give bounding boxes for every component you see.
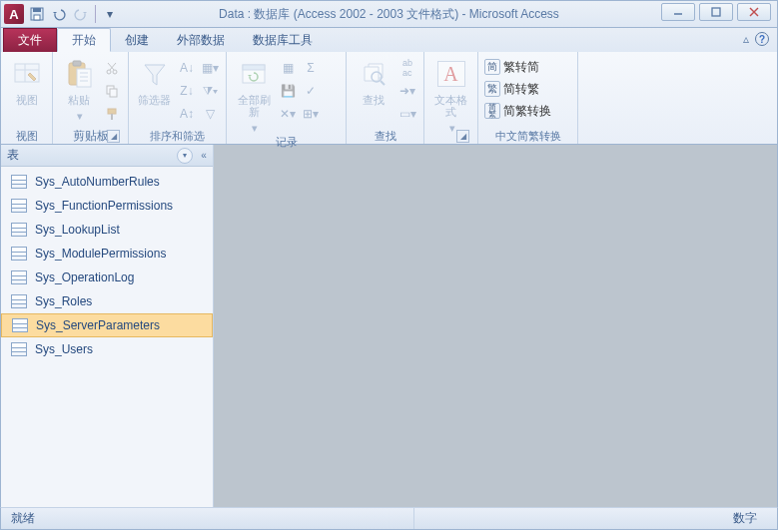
nav-item[interactable]: Sys_Roles: [1, 289, 213, 313]
nav-item-label: Sys_OperationLog: [35, 270, 134, 284]
group-find-label: 查找: [353, 128, 417, 144]
sort-asc-icon[interactable]: A↓: [177, 58, 197, 78]
find-button[interactable]: 查找: [353, 56, 394, 106]
save-record-icon[interactable]: 💾: [278, 81, 298, 101]
more-records-icon[interactable]: ⊞▾: [301, 104, 321, 124]
window-controls: [661, 3, 771, 21]
advanced-filter-icon[interactable]: ⧩▾: [200, 81, 220, 101]
paste-button[interactable]: 粘贴 ▾: [59, 56, 99, 122]
goto-icon[interactable]: ➜▾: [397, 81, 417, 101]
view-button[interactable]: 视图: [7, 56, 46, 106]
clipboard-launcher-icon[interactable]: ◢: [107, 130, 120, 143]
replace-icon[interactable]: abac: [397, 58, 417, 78]
svg-rect-23: [111, 114, 113, 120]
nav-category-dropdown-icon[interactable]: ▾: [177, 148, 193, 164]
minimize-ribbon-icon[interactable]: ▵: [743, 32, 749, 46]
filter-button[interactable]: 筛选器: [135, 56, 174, 106]
group-view: 视图 视图: [1, 52, 53, 144]
group-chinese-convert: 简繁转简 繁简转繁 简繁简繁转换 中文简繁转换: [478, 52, 578, 144]
app-icon[interactable]: A: [4, 4, 24, 24]
nav-item[interactable]: Sys_AutoNumberRules: [1, 170, 213, 194]
view-icon: [11, 58, 43, 90]
find-icon: [358, 58, 389, 90]
trad-glyph-icon: 繁: [484, 81, 500, 97]
nav-item[interactable]: Sys_ServerParameters: [1, 313, 213, 337]
group-records-label: 记录: [233, 134, 340, 150]
close-button[interactable]: [737, 3, 771, 21]
cut-icon[interactable]: [102, 58, 122, 78]
nav-header-title: 表: [7, 147, 19, 164]
textfmt-launcher-icon[interactable]: ◢: [456, 130, 469, 143]
svg-rect-25: [243, 65, 265, 70]
toggle-filter-icon[interactable]: ▽: [200, 104, 220, 124]
nav-header[interactable]: 表 ▾ «: [1, 145, 213, 167]
trad-to-simp-button[interactable]: 简繁转简: [484, 58, 539, 76]
nav-item-label: Sys_Roles: [35, 294, 92, 308]
spelling-icon[interactable]: ✓: [301, 81, 321, 101]
nav-item[interactable]: Sys_LookupList: [1, 218, 213, 242]
tab-create[interactable]: 创建: [111, 28, 163, 52]
svg-line-27: [381, 81, 385, 85]
tab-database-tools[interactable]: 数据库工具: [239, 28, 327, 52]
text-format-button[interactable]: A 文本格式 ▾: [430, 56, 471, 134]
paste-label: 粘贴: [68, 94, 90, 106]
undo-icon[interactable]: [49, 4, 69, 24]
new-record-icon[interactable]: ▦: [278, 58, 298, 78]
totals-icon[interactable]: Σ: [301, 58, 321, 78]
copy-icon[interactable]: [102, 81, 122, 101]
svg-rect-12: [77, 69, 91, 87]
title-bar: A ▾ Data : 数据库 (Access 2002 - 2003 文件格式)…: [0, 0, 778, 28]
tab-external-data[interactable]: 外部数据: [163, 28, 239, 52]
tab-file[interactable]: 文件: [3, 28, 57, 52]
group-textfmt-label: ◢: [430, 134, 471, 144]
filter-icon: [139, 58, 171, 90]
delete-record-icon[interactable]: ✕▾: [278, 104, 298, 124]
nav-item[interactable]: Sys_Users: [1, 337, 213, 361]
selection-filter-icon[interactable]: ▦▾: [200, 58, 220, 78]
table-icon: [11, 294, 27, 308]
nav-item[interactable]: Sys_FunctionPermissions: [1, 194, 213, 218]
table-icon: [11, 342, 27, 356]
svg-point-17: [113, 70, 117, 74]
text-format-label: 文本格式: [430, 94, 471, 118]
simp-trad-convert-button[interactable]: 简繁简繁转换: [484, 102, 551, 120]
select-icon[interactable]: ▭▾: [397, 104, 417, 124]
table-icon: [11, 175, 27, 189]
simp-to-trad-button[interactable]: 繁简转繁: [484, 80, 539, 98]
filter-label: 筛选器: [138, 94, 171, 106]
svg-line-18: [110, 63, 116, 70]
nav-list: Sys_AutoNumberRulesSys_FunctionPermissio…: [1, 167, 213, 507]
svg-point-16: [107, 70, 111, 74]
nav-item-label: Sys_Users: [35, 342, 93, 356]
nav-shutter-icon[interactable]: «: [197, 147, 211, 165]
help-icon[interactable]: ?: [755, 32, 769, 46]
sort-desc-icon[interactable]: Z↓: [177, 81, 197, 101]
chevron-down-icon: ▾: [77, 110, 83, 122]
minimize-button[interactable]: [661, 3, 695, 21]
group-records: 全部刷新 ▾ ▦ 💾 ✕▾ Σ ✓ ⊞▾ 记录: [227, 52, 347, 144]
svg-line-19: [108, 63, 114, 70]
refresh-all-button[interactable]: 全部刷新 ▾: [233, 56, 275, 134]
qat-customize-icon[interactable]: ▾: [100, 4, 120, 24]
group-convert-label: 中文简繁转换: [484, 128, 571, 144]
chevron-down-icon: ▾: [252, 122, 258, 134]
save-icon[interactable]: [27, 4, 47, 24]
status-left: 就绪: [11, 510, 35, 527]
maximize-button[interactable]: [699, 3, 733, 21]
svg-rect-22: [108, 109, 116, 114]
ribbon-help-area: ▵ ?: [743, 32, 769, 46]
nav-item[interactable]: Sys_ModulePermissions: [1, 242, 213, 266]
refresh-icon: [238, 58, 270, 90]
simp-glyph-icon: 简: [484, 59, 500, 75]
status-bar: 就绪 数字: [0, 507, 778, 530]
format-painter-icon[interactable]: [102, 104, 122, 124]
group-clipboard-label: 剪贴板◢: [59, 128, 122, 144]
group-sortfilter-label: 排序和筛选: [135, 128, 220, 144]
svg-rect-11: [73, 61, 81, 66]
redo-icon[interactable]: [71, 4, 91, 24]
tab-home[interactable]: 开始: [57, 28, 111, 52]
clear-sort-icon[interactable]: A↕: [177, 104, 197, 124]
nav-item-label: Sys_AutoNumberRules: [35, 175, 160, 189]
nav-item[interactable]: Sys_OperationLog: [1, 266, 213, 289]
workspace: 表 ▾ « Sys_AutoNumberRulesSys_FunctionPer…: [0, 145, 778, 507]
